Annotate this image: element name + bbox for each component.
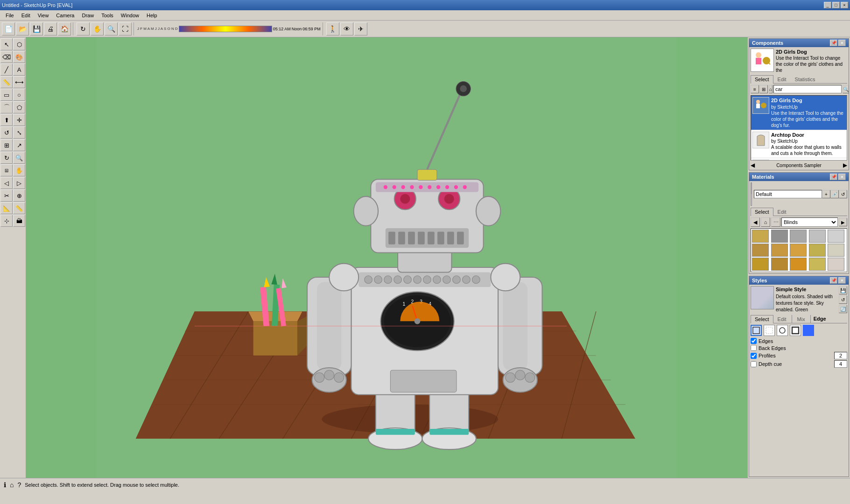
materials-pin-button[interactable]: 📌 [830, 174, 837, 180]
tab-styles-edit[interactable]: Edit [773, 315, 791, 323]
tab-materials-select[interactable]: Select [751, 208, 773, 216]
menu-edit[interactable]: Edit [18, 12, 34, 19]
menu-help[interactable]: Help [143, 12, 161, 19]
orbit-button[interactable]: ↻ [77, 22, 90, 35]
move-tool[interactable]: ✛ [13, 114, 25, 126]
nav-next-arrow[interactable]: ▶ [843, 162, 847, 168]
mat-detail-button[interactable]: ⋯ [771, 217, 780, 227]
component-list[interactable]: 2D Girls Dog by SketchUp Use the Interac… [751, 95, 847, 161]
mat-swatch-9[interactable] [809, 244, 826, 257]
select-tool[interactable]: ↖ [0, 38, 13, 50]
profiles-value-input[interactable] [834, 352, 847, 359]
edge-back-icon[interactable] [764, 325, 775, 336]
menu-window[interactable]: Window [117, 12, 143, 19]
component-tool[interactable]: ⬡ [13, 38, 25, 50]
sandbox-tool[interactable]: 🏔 [13, 215, 25, 227]
pan-tool[interactable]: ✋ [13, 164, 25, 176]
save-button[interactable]: 💾 [30, 22, 43, 35]
axes-tool[interactable]: ⊹ [0, 215, 13, 227]
back-edges-checkbox[interactable] [751, 345, 757, 351]
component-search-input[interactable] [773, 85, 842, 93]
previous-view-tool[interactable]: ◁ [0, 177, 13, 189]
tape-tool[interactable]: 📏 [0, 76, 13, 88]
viewport[interactable]: 1 2 3 4 [26, 37, 747, 478]
maximize-button[interactable]: □ [832, 2, 840, 8]
depth-cue-value-input[interactable] [834, 360, 847, 368]
orbit-tool[interactable]: ↻ [0, 152, 13, 164]
styles-refresh-button[interactable]: 🔄 [839, 305, 847, 313]
mat-swatch-5[interactable] [828, 230, 844, 243]
menu-tools[interactable]: Tools [98, 12, 117, 19]
arc-tool[interactable]: ⌒ [0, 101, 13, 113]
nav-home-button[interactable]: ⌂ [769, 85, 773, 93]
mat-swatch-13[interactable] [790, 258, 807, 271]
push-pull-tool[interactable]: ⬆ [0, 114, 13, 126]
tab-materials-edit[interactable]: Edit [773, 208, 791, 216]
close-button[interactable]: × [841, 2, 848, 8]
eraser-tool[interactable]: ⌫ [0, 51, 13, 63]
tab-styles-mix[interactable]: Mix [793, 315, 809, 323]
profiles-checkbox[interactable] [751, 353, 757, 359]
menu-draw[interactable]: Draw [78, 12, 98, 19]
scale-tool[interactable]: ⤡ [13, 126, 25, 139]
offset-tool[interactable]: ⊞ [0, 139, 13, 151]
print-button[interactable]: 🖨 [44, 22, 57, 35]
line-tool[interactable]: ╱ [0, 63, 13, 76]
home-button[interactable]: 🏠 [58, 22, 71, 35]
follow-me-tool[interactable]: ↗ [13, 139, 25, 151]
styles-save-button[interactable]: 💾 [839, 286, 847, 294]
mat-swatch-11[interactable] [752, 258, 769, 271]
mat-swatch-1[interactable] [752, 230, 769, 243]
mat-swatch-6[interactable] [752, 244, 769, 257]
materials-category-dropdown[interactable]: Blinds Wood Stone Tile [781, 217, 838, 227]
edge-display-icon[interactable] [777, 325, 788, 336]
next-view-tool[interactable]: ▷ [13, 177, 25, 189]
mat-swatch-12[interactable] [771, 258, 788, 271]
mat-swatch-4[interactable] [809, 230, 826, 243]
edge-profile-icon[interactable] [790, 325, 801, 336]
material-sample-button[interactable]: 💉 [830, 190, 839, 198]
text-tool[interactable]: A [13, 63, 25, 76]
mat-swatch-2[interactable] [771, 230, 788, 243]
styles-pin-button[interactable]: 📌 [830, 277, 837, 284]
edges-checkbox[interactable] [751, 338, 757, 344]
mat-swatch-7[interactable] [771, 244, 788, 257]
styles-update-button[interactable]: ↺ [839, 295, 847, 304]
mat-swatch-14[interactable] [809, 258, 826, 271]
mat-swatch-3[interactable] [790, 230, 807, 243]
mat-swatch-10[interactable] [828, 244, 844, 257]
mat-swatch-8[interactable] [790, 244, 807, 257]
menu-view[interactable]: View [34, 12, 53, 19]
component-item-2dgirls[interactable]: 2D Girls Dog by SketchUp Use the Interac… [751, 96, 847, 130]
edge-blue-square-icon[interactable] [803, 325, 814, 336]
menu-camera[interactable]: Camera [52, 12, 78, 19]
rect-tool[interactable]: ▭ [0, 89, 13, 101]
measure-tool[interactable]: 📐 [0, 202, 13, 214]
mat-swatch-15[interactable] [828, 258, 844, 271]
zoom-button[interactable]: 🔍 [105, 22, 118, 35]
minimize-button[interactable]: _ [824, 2, 831, 8]
zoom-extents-button[interactable]: ⛶ [119, 22, 132, 35]
edge-toggle-icon[interactable] [751, 325, 762, 336]
view-details-button[interactable]: ≡ [751, 85, 759, 93]
paint-tool[interactable]: 🎨 [13, 51, 25, 63]
new-button[interactable]: 📄 [2, 22, 15, 35]
component-item-bed[interactable]: Bed by SketchUp Configurable Platform Be… [751, 158, 847, 161]
materials-options-button[interactable]: ▶ [839, 218, 847, 226]
walk-tool-left[interactable]: ⊕ [13, 189, 25, 202]
protractor-tool[interactable]: 📏 [13, 202, 25, 214]
mat-home-button[interactable]: ⌂ [761, 217, 770, 227]
zoom-window-tool[interactable]: ⧆ [0, 164, 13, 176]
materials-close-button[interactable]: × [838, 174, 846, 180]
rotate-tool[interactable]: ↺ [0, 126, 13, 139]
circle-tool[interactable]: ○ [13, 89, 25, 101]
components-close-button[interactable]: × [838, 40, 846, 46]
component-item-archtop[interactable]: Archtop Door by SketchUp A scalable door… [751, 130, 847, 158]
pan-button[interactable]: ✋ [91, 22, 104, 35]
view-grid-button[interactable]: ⊞ [759, 85, 768, 93]
dimension-tool[interactable]: ⟷ [13, 76, 25, 88]
polygon-tool[interactable]: ⬠ [13, 101, 25, 113]
tab-styles-select[interactable]: Select [751, 315, 773, 323]
tab-components-edit[interactable]: Edit [773, 75, 791, 83]
material-create-button[interactable]: + [822, 190, 830, 198]
